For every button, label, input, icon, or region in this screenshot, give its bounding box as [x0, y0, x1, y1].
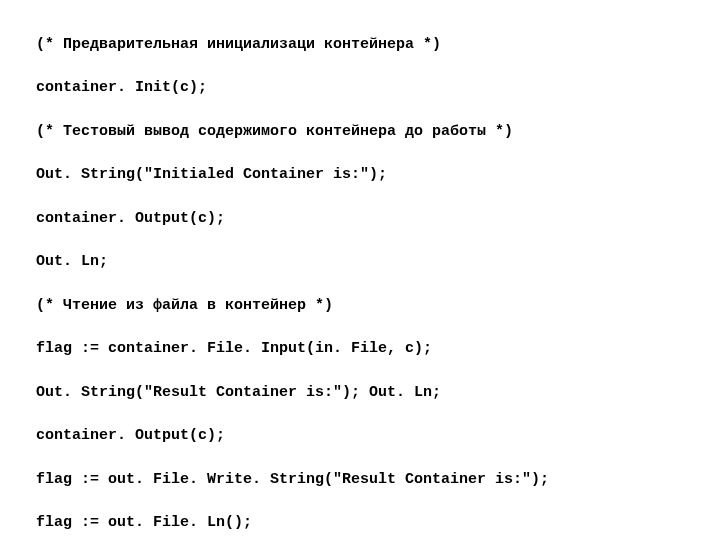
- code-line: flag := out. File. Ln();: [18, 512, 720, 534]
- code-line: container. Output(c);: [18, 208, 720, 230]
- code-line: flag := container. File. Input(in. File,…: [18, 338, 720, 360]
- code-line: container. Init(c);: [18, 77, 720, 99]
- code-line: (* Тестовый вывод содержимого контейнера…: [18, 121, 720, 143]
- code-line: (* Чтение из файла в контейнер *): [18, 295, 720, 317]
- code-line: Out. Ln;: [18, 251, 720, 273]
- code-line: (* Предварительная инициализаци контейне…: [18, 34, 720, 56]
- code-line: Out. String("Initialed Container is:");: [18, 164, 720, 186]
- code-line: flag := out. File. Write. String("Result…: [18, 469, 720, 491]
- code-line: container. Output(c);: [18, 425, 720, 447]
- code-line: Out. String("Result Container is:"); Out…: [18, 382, 720, 404]
- code-listing: (* Предварительная инициализаци контейне…: [0, 0, 720, 540]
